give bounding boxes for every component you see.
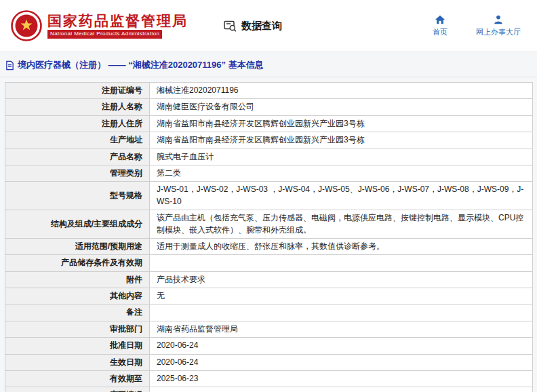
row-value: 湖南健臣医疗设备有限公司 bbox=[150, 99, 533, 115]
row-value: 2020-06-24 bbox=[150, 354, 533, 370]
table-row: 附件产品技术要求 bbox=[5, 271, 533, 288]
row-value bbox=[150, 387, 533, 392]
home-icon bbox=[435, 14, 445, 25]
table-row: 适用范围/预期用途适用于测量成人的收缩压、舒张压和脉率，其数值供诊断参考。 bbox=[5, 238, 533, 254]
row-value: J-WS-01，J-WS-02，J-WS-03 ，J-WS-04，J-WS-05… bbox=[150, 182, 533, 210]
row-label: 生效日期 bbox=[5, 354, 150, 370]
data-query-icon bbox=[223, 19, 237, 33]
agency-name-en: National Medical Products Administration bbox=[47, 30, 162, 38]
row-value bbox=[150, 305, 533, 321]
row-value: 腕式电子血压计 bbox=[150, 149, 533, 165]
table-row: 产品储存条件及有效期 bbox=[5, 255, 533, 271]
row-label: 批准日期 bbox=[5, 338, 150, 354]
row-label: 生产地址 bbox=[5, 132, 150, 149]
page-title: 境内医疗器械（注册） —— “湘械注准20202071196” 基本信息 bbox=[0, 52, 537, 77]
site-header: 国家药品监督管理局 National Medical Products Admi… bbox=[0, 0, 537, 52]
nav-home[interactable]: 首页 bbox=[433, 14, 447, 37]
row-value: 该产品由主机（包括充气泵、压力传感器、电磁阀，电源供应电路、按键控制电路、显示模… bbox=[150, 210, 533, 239]
row-label: 结构及组成/主要组成成分 bbox=[5, 210, 150, 239]
table-row: 结构及组成/主要组成成分该产品由主机（包括充气泵、压力传感器、电磁阀，电源供应电… bbox=[5, 210, 533, 239]
table-row: 其他内容无 bbox=[5, 288, 533, 305]
nav-hall-label: 网上办事大厅 bbox=[476, 27, 521, 37]
row-label: 注册人住所 bbox=[5, 115, 150, 132]
table-row: 生效日期2020-06-24 bbox=[5, 354, 533, 370]
agency-name: 国家药品监督管理局 bbox=[47, 13, 188, 28]
row-label: 注册证编号 bbox=[5, 83, 150, 99]
row-label: 适用范围/预期用途 bbox=[5, 238, 150, 254]
row-label: 产品名称 bbox=[5, 149, 150, 165]
row-label: 变更情况 bbox=[5, 387, 150, 392]
header-nav: 首页 网上办事大厅 bbox=[433, 14, 521, 37]
table-row: 注册证编号湘械注准20202071196 bbox=[5, 83, 533, 99]
table-row: 有效期至2025-06-23 bbox=[5, 371, 533, 387]
registration-info-table: 注册证编号湘械注准20202071196注册人名称湖南健臣医疗设备有限公司注册人… bbox=[5, 82, 533, 392]
user-icon bbox=[493, 14, 504, 25]
table-row: 管理类别第二类 bbox=[5, 165, 533, 181]
row-label: 管理类别 bbox=[5, 165, 150, 181]
row-label: 附件 bbox=[5, 271, 150, 288]
table-row: 注册人名称湖南健臣医疗设备有限公司 bbox=[5, 99, 533, 115]
row-value: 湖南省药品监督管理局 bbox=[150, 321, 533, 337]
row-label: 产品储存条件及有效期 bbox=[5, 255, 150, 271]
national-emblem-logo bbox=[11, 10, 42, 41]
info-table-body: 注册证编号湘械注准20202071196注册人名称湖南健臣医疗设备有限公司注册人… bbox=[5, 83, 533, 392]
table-row: 备注 bbox=[5, 305, 533, 321]
row-value: 湖南省益阳市南县经济开发区腾辉创业园新兴产业园3号栋 bbox=[150, 132, 533, 149]
nav-home-label: 首页 bbox=[433, 27, 447, 37]
row-value: 无 bbox=[150, 288, 533, 305]
row-label: 备注 bbox=[5, 305, 150, 321]
row-value: 产品技术要求 bbox=[150, 271, 533, 288]
document-icon bbox=[5, 60, 14, 71]
row-label: 审批部门 bbox=[5, 321, 150, 337]
data-query-section: 数据查询 bbox=[223, 19, 282, 33]
row-value: 适用于测量成人的收缩压、舒张压和脉率，其数值供诊断参考。 bbox=[150, 238, 533, 254]
nav-service-hall[interactable]: 网上办事大厅 bbox=[476, 14, 521, 37]
table-row: 批准日期2020-06-24 bbox=[5, 338, 533, 354]
table-row: 注册人住所湖南省益阳市南县经济开发区腾辉创业园新兴产业园3号栋 bbox=[5, 115, 533, 132]
page-title-text: 境内医疗器械（注册） —— “湘械注准20202071196” 基本信息 bbox=[18, 59, 264, 71]
page-content: 境内医疗器械（注册） —— “湘械注准20202071196” 基本信息 注册证… bbox=[0, 52, 537, 392]
table-row: 变更情况 bbox=[5, 387, 533, 392]
agency-title-block: 国家药品监督管理局 National Medical Products Admi… bbox=[47, 13, 188, 38]
table-row: 型号规格J-WS-01，J-WS-02，J-WS-03 ，J-WS-04，J-W… bbox=[5, 182, 533, 210]
row-value: 湘械注准20202071196 bbox=[150, 83, 533, 99]
row-label: 其他内容 bbox=[5, 288, 150, 305]
row-value: 第二类 bbox=[150, 165, 533, 181]
data-query-label: 数据查询 bbox=[241, 20, 282, 33]
row-label: 注册人名称 bbox=[5, 99, 150, 115]
row-value bbox=[150, 255, 533, 271]
table-row: 审批部门湖南省药品监督管理局 bbox=[5, 321, 533, 337]
row-label: 有效期至 bbox=[5, 371, 150, 387]
row-value: 2025-06-23 bbox=[150, 371, 533, 387]
row-value: 湖南省益阳市南县经济开发区腾辉创业园新兴产业园3号栋 bbox=[150, 115, 533, 132]
row-value: 2020-06-24 bbox=[150, 338, 533, 354]
table-row: 产品名称腕式电子血压计 bbox=[5, 149, 533, 165]
row-label: 型号规格 bbox=[5, 182, 150, 210]
agency-brand: 国家药品监督管理局 National Medical Products Admi… bbox=[11, 10, 188, 41]
table-row: 生产地址湖南省益阳市南县经济开发区腾辉创业园新兴产业园3号栋 bbox=[5, 132, 533, 149]
